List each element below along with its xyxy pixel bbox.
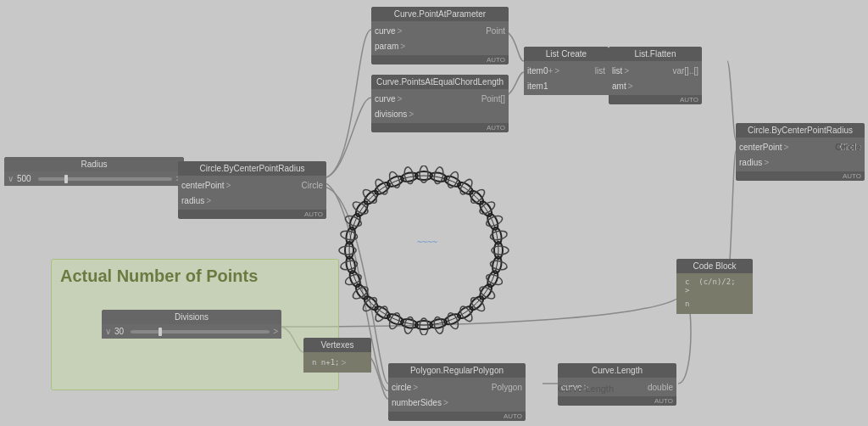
lf-list-label: list (612, 66, 622, 76)
circle2-center-arrow: > (784, 143, 789, 152)
lc-item0-label: item0 (527, 66, 548, 76)
radius-slider-bar[interactable] (38, 177, 172, 181)
prp-sides-label: numberSides (392, 398, 442, 407)
code-block-c-line: c (c/n)/2; > (685, 277, 744, 294)
list-flatten-body: list > var[]..[] amt > (609, 61, 702, 95)
lc-add-btn[interactable]: + (548, 66, 553, 76)
circle2-center-label: centerPoint (739, 143, 782, 152)
curve-point-at-param-row-param: param > (371, 38, 509, 53)
code-block: Code Block c (c/n)/2; > n (676, 259, 753, 314)
prp-circle-label: circle (392, 383, 411, 392)
curve-points-equal-chord-body: curve > Point[] divisions > (371, 89, 509, 123)
divisions-slider-thumb[interactable] (159, 328, 162, 336)
circle-preview: // This will be rendered as SVG elements (314, 157, 534, 344)
cpec-divisions-arrow: > (409, 109, 414, 119)
circle1-centerpoint-arrow: > (226, 181, 231, 190)
code-block-n-line: n (685, 300, 689, 308)
curve-points-equal-chord-footer: AUTO (371, 123, 509, 132)
vertexes-formula-row: n n+1; > (309, 355, 366, 370)
polygon-regular-polygon-title: Polygon.RegularPolygon (388, 363, 526, 378)
circle1-radius-label: radius (181, 196, 204, 205)
radius-value: 500 (17, 174, 31, 183)
cppap-param-arrow: > (400, 42, 405, 51)
code-block-row-c: c (c/n)/2; > (682, 276, 748, 296)
divisions-port: > (273, 327, 278, 336)
circle-by-center-radius-1-row-radius: radius > (178, 193, 326, 208)
curve-length-title: Curve.Length (558, 363, 676, 378)
circle2-radius-label: radius (739, 158, 762, 167)
cppap-curve-arrow: > (397, 26, 402, 36)
cpec-curve-arrow: > (397, 94, 402, 104)
lc-item0-arrow: > (554, 66, 559, 76)
circle-preview-svg: // This will be rendered as SVG elements (322, 165, 526, 335)
divisions-slider-row[interactable]: ∨ 30 > (102, 324, 281, 339)
cppap-curve-label: curve (375, 26, 395, 36)
circle2-output-circle-label: Circle (835, 142, 861, 152)
cppap-output: Point (486, 26, 505, 36)
radius-slider-row[interactable]: ∨ 500 > (4, 171, 184, 186)
divisions-decrease-btn[interactable]: ∨ (105, 327, 111, 336)
prp-output: Polygon (492, 383, 522, 392)
lc-row-item0: item0 + > list (524, 63, 609, 78)
circle-by-center-radius-1-title: Circle.ByCenterPointRadius (178, 161, 326, 176)
curve-point-at-param-row-curve: curve > Point (371, 23, 509, 38)
circle2-row-radius: radius > (736, 154, 865, 170)
code-block-title: Code Block (676, 259, 753, 273)
list-create: List Create item0 + > list item1 (524, 47, 609, 95)
curve-point-at-param-footer: AUTO (371, 55, 509, 64)
polygon-regular-polygon-footer: AUTO (388, 412, 526, 421)
cpec-divisions-label: divisions (375, 109, 407, 119)
code-block-row-n: n (682, 296, 748, 311)
circle-by-center-radius-1-body: centerPoint > Circle radius > (178, 176, 326, 210)
curve-points-equal-chord: Curve.PointsAtEqualChordLength curve > P… (371, 75, 509, 132)
list-flatten-title: List.Flatten (609, 47, 702, 61)
lf-output: var[]..[] (672, 66, 698, 76)
lf-amt-arrow: > (628, 81, 633, 91)
prp-row-sides: numberSides > (388, 395, 526, 410)
cl-output: double (648, 383, 673, 392)
circle-by-center-radius-2: Circle.ByCenterPointRadius centerPoint >… (736, 123, 865, 181)
lc-item1-label: item1 (527, 81, 548, 91)
circle-by-center-radius-2-title: Circle.ByCenterPointRadius (736, 123, 865, 137)
vertexes-formula: n n+1; (312, 358, 340, 367)
polygon-regular-polygon-body: circle > Polygon numberSides > (388, 378, 526, 412)
divisions-value: 30 (114, 327, 124, 336)
list-create-title: List Create (524, 47, 609, 61)
lf-row-amt: amt > (609, 78, 702, 93)
vertexes-body: n n+1; > (303, 352, 371, 373)
radius-decrease-btn[interactable]: ∨ (8, 174, 14, 183)
divisions-slider-bar[interactable] (131, 330, 270, 334)
curve-points-equal-chord-title: Curve.PointsAtEqualChordLength (371, 75, 509, 89)
circle-by-center-radius-1: Circle.ByCenterPointRadius centerPoint >… (178, 161, 326, 219)
lf-amt-label: amt (612, 81, 626, 91)
code-block-body: c (c/n)/2; > n (676, 273, 753, 314)
circle1-centerpoint-label: centerPoint (181, 181, 225, 190)
lc-output: list (595, 66, 605, 76)
radius-node: Radius ∨ 500 > (4, 157, 184, 186)
group-title: Actual Number of Points (52, 260, 338, 293)
curve-point-at-param: Curve.PointAtParameter curve > Point par… (371, 7, 509, 64)
curve-length-label: Curve Length (558, 384, 614, 394)
curve-length-footer: AUTO (558, 396, 676, 406)
divisions-node: Divisions ∨ 30 > (102, 310, 281, 339)
circle-by-center-radius-1-footer: AUTO (178, 210, 326, 219)
cpec-output: Point[] (481, 94, 505, 104)
radius-slider-thumb[interactable] (64, 175, 68, 183)
list-flatten: List.Flatten list > var[]..[] amt > AUTO (609, 47, 702, 104)
prp-sides-arrow: > (443, 398, 448, 407)
circle-by-center-radius-2-footer: AUTO (736, 171, 865, 181)
vertexes-output-arrow: > (342, 358, 347, 367)
cpec-row-curve: curve > Point[] (371, 91, 509, 106)
curve-point-at-param-title: Curve.PointAtParameter (371, 7, 509, 21)
lc-row-item1: item1 (524, 78, 609, 93)
center-label: ~~~~ (417, 238, 437, 247)
prp-row-circle: circle > Polygon (388, 379, 526, 395)
circle-by-center-radius-1-row-center: centerPoint > Circle (178, 177, 326, 193)
cppap-param-label: param (375, 42, 398, 51)
list-create-body: item0 + > list item1 (524, 61, 609, 95)
circle1-radius-arrow: > (206, 196, 211, 205)
svg-point-0 (349, 176, 498, 325)
cpec-row-divisions: divisions > (371, 106, 509, 121)
cpec-curve-label: curve (375, 94, 395, 104)
divisions-title: Divisions (102, 310, 281, 324)
